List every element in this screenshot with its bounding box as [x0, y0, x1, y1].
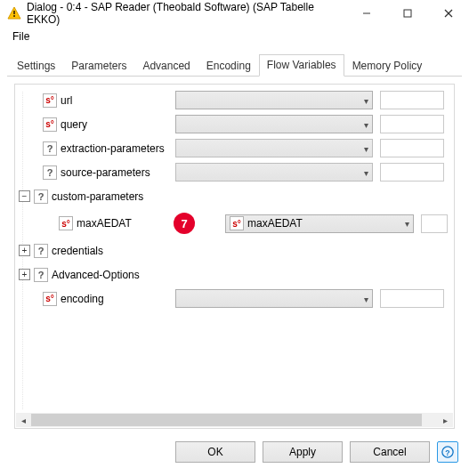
scroll-thumb[interactable] [31, 414, 422, 426]
combo-maxaedat-value: maxAEDAT [247, 217, 303, 230]
tab-parameters[interactable]: Parameters [63, 55, 134, 77]
string-type-icon: s° [43, 93, 57, 108]
string-type-icon: s° [230, 216, 244, 230]
tree-row-query[interactable]: s° query ▾ [15, 112, 454, 136]
app-icon [7, 6, 21, 20]
tree-row-extraction-parameters[interactable]: ? extraction-parameters ▾ [15, 136, 454, 160]
chevron-down-icon: ▾ [405, 219, 409, 229]
unknown-type-icon: ? [43, 165, 57, 180]
tree-row-url[interactable]: s° url ▾ [15, 88, 454, 112]
textbox-url[interactable] [380, 91, 444, 109]
tree-row-custom-parameters[interactable]: − ? custom-parameters [15, 184, 454, 208]
tree-label-encoding-node: encoding [61, 293, 104, 305]
help-button[interactable]: ? [437, 441, 458, 463]
unknown-type-icon: ? [34, 244, 48, 258]
cancel-button[interactable]: Cancel [350, 441, 430, 463]
chevron-down-icon: ▾ [364, 119, 368, 129]
dialog-button-bar: OK Apply Cancel ? [0, 429, 469, 463]
svg-rect-1 [13, 11, 15, 14]
tab-flow-variables[interactable]: Flow Variables [259, 54, 344, 77]
window-title: Dialog - 0:4 - SAP Reader (Theobald Soft… [27, 1, 346, 26]
tree-row-credentials[interactable]: + ? credentials [15, 238, 454, 262]
svg-rect-2 [13, 15, 15, 17]
window-titlebar: Dialog - 0:4 - SAP Reader (Theobald Soft… [0, 0, 469, 27]
combo-source-parameters: ▾ [175, 163, 373, 182]
tree-row-advanced-options[interactable]: + ? Advanced-Options [15, 262, 454, 286]
chevron-down-icon: ▾ [364, 167, 368, 177]
chevron-down-icon: ▾ [364, 143, 368, 153]
window-controls [346, 0, 469, 27]
tree-label-custom-parameters: custom-parameters [52, 190, 143, 203]
unknown-type-icon: ? [34, 268, 48, 282]
textbox-maxaedat[interactable] [421, 214, 448, 233]
tab-settings[interactable]: Settings [9, 55, 63, 77]
svg-text:?: ? [445, 448, 449, 457]
apply-button[interactable]: Apply [263, 441, 343, 463]
chevron-down-icon: ▾ [364, 95, 368, 105]
scroll-right-icon[interactable]: ▸ [438, 413, 453, 427]
flow-variables-tree: s° url ▾ s° query ▾ [15, 88, 454, 414]
tree-label-query: query [61, 118, 87, 131]
tab-strip: Settings Parameters Advanced Encoding Fl… [7, 53, 462, 77]
close-button[interactable] [428, 0, 469, 27]
help-icon: ? [441, 446, 454, 458]
tab-advanced[interactable]: Advanced [134, 55, 198, 77]
combo-query[interactable]: ▾ [175, 115, 373, 133]
string-type-icon: s° [43, 292, 57, 306]
combo-maxaedat[interactable]: s° maxAEDAT ▾ [225, 214, 414, 233]
menu-file[interactable]: File [7, 28, 35, 44]
svg-rect-4 [404, 10, 411, 17]
string-type-icon: s° [43, 117, 57, 132]
minimize-button[interactable] [346, 0, 387, 27]
textbox-source-parameters[interactable] [380, 163, 444, 182]
tab-encoding[interactable]: Encoding [198, 55, 259, 77]
tree-label-url: url [61, 94, 72, 107]
chevron-down-icon: ▾ [364, 294, 368, 303]
flow-variables-panel: s° url ▾ s° query ▾ [14, 84, 455, 429]
ok-button[interactable]: OK [175, 441, 255, 463]
textbox-extraction-parameters[interactable] [380, 139, 444, 157]
tree-row-source-parameters[interactable]: ? source-parameters ▾ [15, 160, 454, 184]
textbox-query[interactable] [380, 115, 444, 133]
combo-url[interactable]: ▾ [175, 91, 373, 109]
tree-row-maxaedat[interactable]: s° maxAEDAT 7 s° maxAEDAT ▾ [15, 208, 454, 238]
annotation-badge-7: 7 [174, 213, 195, 234]
textbox-encoding[interactable] [380, 289, 444, 308]
tab-container: Settings Parameters Advanced Encoding Fl… [7, 53, 462, 429]
tree-label-maxaedat: maxAEDAT [77, 217, 132, 230]
combo-extraction-parameters: ▾ [175, 139, 373, 157]
string-type-icon: s° [59, 216, 73, 230]
combo-encoding[interactable]: ▾ [175, 289, 373, 308]
menubar: File [0, 27, 469, 48]
expand-icon[interactable]: + [19, 269, 30, 280]
horizontal-scrollbar[interactable]: ◂ ▸ [16, 413, 453, 427]
tree-label-extraction-parameters: extraction-parameters [61, 142, 165, 155]
collapse-icon[interactable]: − [19, 190, 30, 202]
tree-label-credentials: credentials [52, 245, 103, 257]
unknown-type-icon: ? [43, 141, 57, 156]
maximize-button[interactable] [387, 0, 428, 27]
tree-label-advanced-options: Advanced-Options [52, 269, 140, 281]
unknown-type-icon: ? [34, 190, 48, 204]
scroll-left-icon[interactable]: ◂ [16, 413, 31, 427]
tree-row-encoding[interactable]: s° encoding ▾ [15, 286, 454, 311]
scroll-track[interactable] [31, 413, 438, 427]
expand-icon[interactable]: + [19, 245, 30, 256]
tab-memory-policy[interactable]: Memory Policy [344, 55, 431, 77]
tree-label-source-parameters: source-parameters [61, 166, 150, 179]
